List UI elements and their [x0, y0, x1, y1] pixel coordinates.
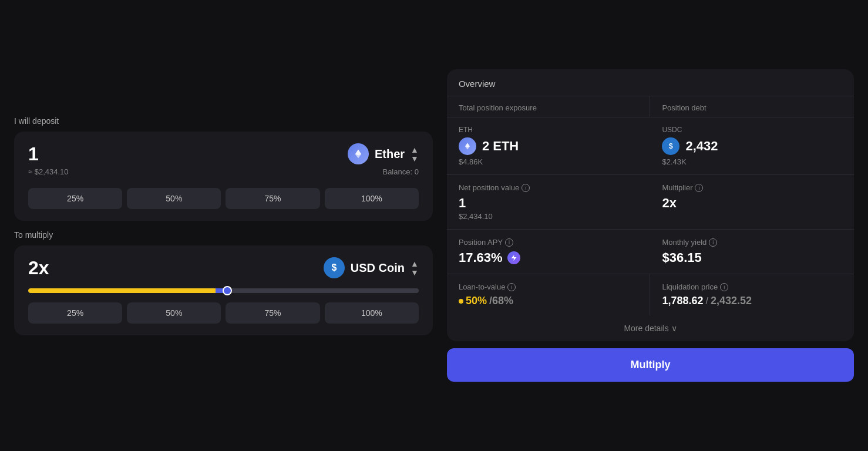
deposit-label: I will deposit — [14, 116, 433, 126]
multiply-top-row: 2x $ USD Coin ▲ ▼ — [28, 257, 419, 279]
eth-coin-icon — [348, 143, 369, 164]
ltv-info-icon[interactable]: i — [507, 283, 516, 291]
overview-panel: Overview Total position exposure Positio… — [447, 69, 854, 341]
apy-info-icon[interactable]: i — [505, 238, 513, 247]
multiply-25-btn[interactable]: 25% — [28, 302, 122, 324]
net-position-label: Net position value i — [459, 183, 639, 192]
deposit-section: I will deposit 1 Ether ▲ ▼ — [14, 116, 433, 221]
apy-value-row: 17.63% — [459, 250, 639, 265]
deposit-top-row: 1 Ether ▲ ▼ — [28, 143, 419, 165]
eth-label: ETH — [459, 126, 639, 134]
overview-table: Total position exposure Position debt ET… — [447, 96, 854, 274]
deposit-meta-row: ≈ $2,434.10 Balance: 0 — [28, 167, 419, 179]
eth-amount-row: 2 ETH — [459, 137, 639, 155]
eth-amount: 2 ETH — [482, 139, 519, 154]
multiplier-cell: Multiplier i 2x — [650, 175, 854, 230]
multiply-75-btn[interactable]: 75% — [226, 302, 319, 324]
multiply-50-btn[interactable]: 50% — [127, 302, 221, 324]
monthly-yield-info-icon[interactable]: i — [709, 238, 717, 247]
coin-name-eth: Ether — [375, 147, 405, 161]
more-details-toggle[interactable]: More details ∨ — [447, 315, 854, 341]
monthly-yield-label: Monthly yield i — [662, 238, 842, 247]
monthly-yield-cell: Monthly yield i $36.15 — [650, 230, 854, 274]
chevron-usdc-icon: ▲ ▼ — [411, 260, 419, 277]
multiply-section: To multiply 2x $ USD Coin ▲ ▼ — [14, 230, 433, 335]
deposit-amount: 1 — [28, 143, 39, 165]
eth-icon-small — [459, 137, 476, 155]
deposit-25-btn[interactable]: 25% — [28, 188, 122, 209]
multiply-percent-buttons: 25% 50% 75% 100% — [28, 302, 419, 324]
net-position-usd: $2,434.10 — [459, 212, 639, 221]
left-panel: I will deposit 1 Ether ▲ ▼ — [14, 116, 433, 335]
col2-header: Position debt — [650, 96, 854, 117]
monthly-yield-value: $36.15 — [662, 250, 842, 265]
liq-separator: / — [706, 296, 708, 307]
usdc-label: USDC — [662, 126, 842, 134]
multiply-100-btn[interactable]: 100% — [325, 302, 419, 324]
deposit-50-btn[interactable]: 50% — [127, 188, 221, 209]
liq-price1: 1,788.62 — [662, 295, 703, 307]
slider-fill-yellow — [28, 288, 216, 293]
multiply-slider[interactable] — [28, 288, 419, 293]
deposit-usd-value: ≈ $2,434.10 — [28, 167, 69, 176]
ltv-row: Loan-to-value i 50% /68% Liquidation pri… — [447, 274, 854, 315]
col1-header: Total position exposure — [447, 96, 651, 117]
deposit-balance: Balance: 0 — [382, 167, 418, 176]
apy-badge-icon — [507, 251, 520, 264]
usdc-amount-row: $ 2,432 — [662, 137, 842, 155]
eth-usd: $4.86K — [459, 157, 639, 166]
eth-cell: ETH 2 ETH $4.86K — [447, 117, 651, 175]
usdc-usd: $2.43K — [662, 157, 842, 166]
coin-selector-usdc[interactable]: $ USD Coin ▲ ▼ — [324, 257, 419, 278]
multiply-value: 2x — [28, 257, 49, 279]
deposit-percent-buttons: 25% 50% 75% 100% — [28, 188, 419, 209]
deposit-100-btn[interactable]: 100% — [325, 188, 419, 209]
liq-info-icon[interactable]: i — [720, 283, 728, 291]
coin-selector-eth[interactable]: Ether ▲ ▼ — [348, 143, 419, 164]
multiplier-label: Multiplier i — [662, 183, 842, 192]
ltv-dot — [459, 299, 463, 304]
deposit-card: 1 Ether ▲ ▼ ≈ $2,434.10 — [14, 132, 433, 221]
apy-value: 17.63% — [459, 250, 503, 265]
liq-values: 1,788.62 / 2,432.52 — [662, 295, 842, 307]
liq-cell: Liquidation price i 1,788.62 / 2,432.52 — [650, 274, 854, 315]
chevron-icon: ▲ ▼ — [411, 146, 419, 163]
multiplier-value: 2x — [662, 196, 842, 211]
usdc-coin-icon: $ — [324, 257, 345, 278]
liq-label: Liquidation price i — [662, 282, 842, 291]
slider-thumb[interactable] — [223, 286, 232, 295]
ltv-label: Loan-to-value i — [459, 282, 638, 291]
ltv-values: 50% /68% — [459, 295, 638, 307]
ltv-current: 50% — [466, 295, 487, 307]
usdc-amount: 2,432 — [685, 139, 718, 154]
right-panel: Overview Total position exposure Positio… — [447, 69, 854, 382]
multiplier-info-icon[interactable]: i — [695, 184, 703, 192]
net-position-cell: Net position value i 1 $2,434.10 — [447, 175, 651, 230]
overview-header: Overview — [447, 69, 854, 96]
usdc-cell: USDC $ 2,432 $2.43K — [650, 117, 854, 175]
net-position-info-icon[interactable]: i — [522, 184, 530, 192]
apy-label: Position APY i — [459, 238, 639, 247]
multiply-button[interactable]: Multiply — [447, 348, 854, 382]
multiply-label: To multiply — [14, 230, 433, 240]
multiply-card: 2x $ USD Coin ▲ ▼ 25% 5 — [14, 245, 433, 335]
net-position-value: 1 — [459, 196, 639, 211]
liq-price2: 2,432.52 — [711, 295, 752, 307]
coin-name-usdc: USD Coin — [351, 261, 405, 275]
ltv-max: /68% — [489, 295, 513, 307]
apy-cell: Position APY i 17.63% — [447, 230, 651, 274]
deposit-75-btn[interactable]: 75% — [226, 188, 319, 209]
usdc-icon-small: $ — [662, 137, 679, 155]
ltv-cell: Loan-to-value i 50% /68% — [447, 274, 651, 315]
